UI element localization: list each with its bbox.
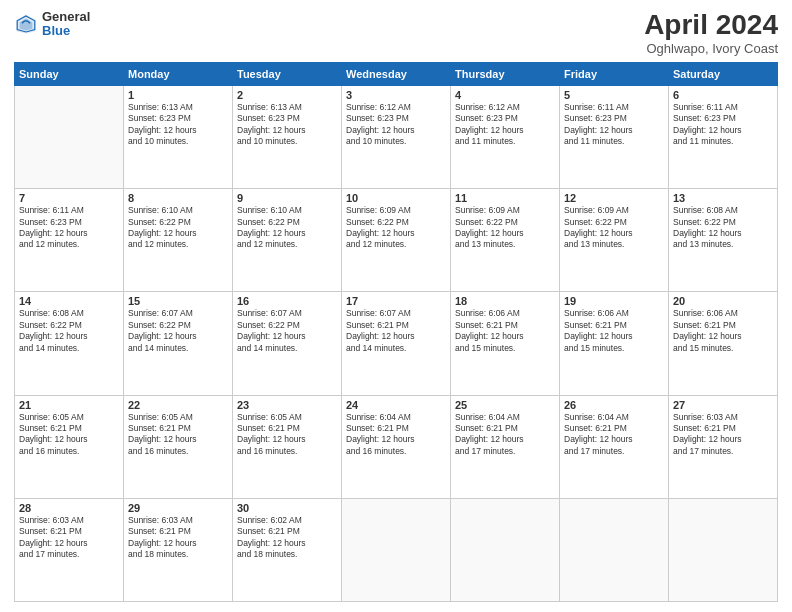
day-info: Sunrise: 6:11 AM Sunset: 6:23 PM Dayligh…	[19, 205, 119, 251]
calendar-cell-week2-day3: 10Sunrise: 6:09 AM Sunset: 6:22 PM Dayli…	[342, 189, 451, 292]
day-number: 3	[346, 89, 446, 101]
calendar-cell-week4-day5: 26Sunrise: 6:04 AM Sunset: 6:21 PM Dayli…	[560, 395, 669, 498]
day-number: 16	[237, 295, 337, 307]
day-info: Sunrise: 6:08 AM Sunset: 6:22 PM Dayligh…	[19, 308, 119, 354]
calendar-cell-week1-day6: 6Sunrise: 6:11 AM Sunset: 6:23 PM Daylig…	[669, 85, 778, 188]
header: General Blue April 2024 Oghlwapo, Ivory …	[14, 10, 778, 56]
calendar-cell-week2-day1: 8Sunrise: 6:10 AM Sunset: 6:22 PM Daylig…	[124, 189, 233, 292]
day-number: 8	[128, 192, 228, 204]
day-number: 23	[237, 399, 337, 411]
day-info: Sunrise: 6:12 AM Sunset: 6:23 PM Dayligh…	[455, 102, 555, 148]
calendar-cell-week2-day6: 13Sunrise: 6:08 AM Sunset: 6:22 PM Dayli…	[669, 189, 778, 292]
day-info: Sunrise: 6:09 AM Sunset: 6:22 PM Dayligh…	[564, 205, 664, 251]
day-number: 4	[455, 89, 555, 101]
title-month: April 2024	[644, 10, 778, 41]
calendar-cell-week4-day1: 22Sunrise: 6:05 AM Sunset: 6:21 PM Dayli…	[124, 395, 233, 498]
calendar-cell-week1-day0	[15, 85, 124, 188]
day-info: Sunrise: 6:07 AM Sunset: 6:22 PM Dayligh…	[128, 308, 228, 354]
logo-text: General Blue	[42, 10, 90, 39]
day-number: 21	[19, 399, 119, 411]
calendar-cell-week3-day1: 15Sunrise: 6:07 AM Sunset: 6:22 PM Dayli…	[124, 292, 233, 395]
calendar-cell-week4-day6: 27Sunrise: 6:03 AM Sunset: 6:21 PM Dayli…	[669, 395, 778, 498]
calendar-cell-week2-day2: 9Sunrise: 6:10 AM Sunset: 6:22 PM Daylig…	[233, 189, 342, 292]
calendar-cell-week3-day2: 16Sunrise: 6:07 AM Sunset: 6:22 PM Dayli…	[233, 292, 342, 395]
day-number: 27	[673, 399, 773, 411]
day-info: Sunrise: 6:11 AM Sunset: 6:23 PM Dayligh…	[564, 102, 664, 148]
day-number: 30	[237, 502, 337, 514]
col-saturday: Saturday	[669, 62, 778, 85]
day-info: Sunrise: 6:07 AM Sunset: 6:22 PM Dayligh…	[237, 308, 337, 354]
day-info: Sunrise: 6:05 AM Sunset: 6:21 PM Dayligh…	[237, 412, 337, 458]
day-info: Sunrise: 6:13 AM Sunset: 6:23 PM Dayligh…	[128, 102, 228, 148]
col-sunday: Sunday	[15, 62, 124, 85]
day-info: Sunrise: 6:08 AM Sunset: 6:22 PM Dayligh…	[673, 205, 773, 251]
col-monday: Monday	[124, 62, 233, 85]
calendar-cell-week4-day0: 21Sunrise: 6:05 AM Sunset: 6:21 PM Dayli…	[15, 395, 124, 498]
day-number: 25	[455, 399, 555, 411]
calendar-week-row-4: 21Sunrise: 6:05 AM Sunset: 6:21 PM Dayli…	[15, 395, 778, 498]
calendar-cell-week3-day5: 19Sunrise: 6:06 AM Sunset: 6:21 PM Dayli…	[560, 292, 669, 395]
calendar-cell-week1-day1: 1Sunrise: 6:13 AM Sunset: 6:23 PM Daylig…	[124, 85, 233, 188]
calendar-header-row: Sunday Monday Tuesday Wednesday Thursday…	[15, 62, 778, 85]
day-info: Sunrise: 6:09 AM Sunset: 6:22 PM Dayligh…	[455, 205, 555, 251]
day-info: Sunrise: 6:03 AM Sunset: 6:21 PM Dayligh…	[128, 515, 228, 561]
day-number: 22	[128, 399, 228, 411]
day-number: 28	[19, 502, 119, 514]
day-number: 1	[128, 89, 228, 101]
col-tuesday: Tuesday	[233, 62, 342, 85]
calendar-cell-week1-day3: 3Sunrise: 6:12 AM Sunset: 6:23 PM Daylig…	[342, 85, 451, 188]
calendar-week-row-2: 7Sunrise: 6:11 AM Sunset: 6:23 PM Daylig…	[15, 189, 778, 292]
day-info: Sunrise: 6:09 AM Sunset: 6:22 PM Dayligh…	[346, 205, 446, 251]
col-thursday: Thursday	[451, 62, 560, 85]
day-number: 17	[346, 295, 446, 307]
calendar-cell-week5-day3	[342, 498, 451, 601]
calendar-cell-week2-day4: 11Sunrise: 6:09 AM Sunset: 6:22 PM Dayli…	[451, 189, 560, 292]
day-info: Sunrise: 6:05 AM Sunset: 6:21 PM Dayligh…	[19, 412, 119, 458]
day-info: Sunrise: 6:05 AM Sunset: 6:21 PM Dayligh…	[128, 412, 228, 458]
day-number: 24	[346, 399, 446, 411]
calendar-table: Sunday Monday Tuesday Wednesday Thursday…	[14, 62, 778, 602]
day-info: Sunrise: 6:03 AM Sunset: 6:21 PM Dayligh…	[19, 515, 119, 561]
calendar-cell-week2-day5: 12Sunrise: 6:09 AM Sunset: 6:22 PM Dayli…	[560, 189, 669, 292]
day-number: 15	[128, 295, 228, 307]
day-info: Sunrise: 6:04 AM Sunset: 6:21 PM Dayligh…	[346, 412, 446, 458]
day-number: 20	[673, 295, 773, 307]
day-info: Sunrise: 6:07 AM Sunset: 6:21 PM Dayligh…	[346, 308, 446, 354]
title-block: April 2024 Oghlwapo, Ivory Coast	[644, 10, 778, 56]
page: General Blue April 2024 Oghlwapo, Ivory …	[0, 0, 792, 612]
calendar-cell-week3-day3: 17Sunrise: 6:07 AM Sunset: 6:21 PM Dayli…	[342, 292, 451, 395]
day-info: Sunrise: 6:03 AM Sunset: 6:21 PM Dayligh…	[673, 412, 773, 458]
calendar-cell-week5-day2: 30Sunrise: 6:02 AM Sunset: 6:21 PM Dayli…	[233, 498, 342, 601]
calendar-cell-week1-day2: 2Sunrise: 6:13 AM Sunset: 6:23 PM Daylig…	[233, 85, 342, 188]
day-info: Sunrise: 6:02 AM Sunset: 6:21 PM Dayligh…	[237, 515, 337, 561]
day-number: 29	[128, 502, 228, 514]
day-info: Sunrise: 6:06 AM Sunset: 6:21 PM Dayligh…	[564, 308, 664, 354]
day-number: 18	[455, 295, 555, 307]
logo-general-text: General	[42, 10, 90, 24]
day-number: 26	[564, 399, 664, 411]
calendar-cell-week5-day0: 28Sunrise: 6:03 AM Sunset: 6:21 PM Dayli…	[15, 498, 124, 601]
col-friday: Friday	[560, 62, 669, 85]
title-location: Oghlwapo, Ivory Coast	[644, 41, 778, 56]
calendar-week-row-3: 14Sunrise: 6:08 AM Sunset: 6:22 PM Dayli…	[15, 292, 778, 395]
day-number: 14	[19, 295, 119, 307]
day-number: 5	[564, 89, 664, 101]
calendar-cell-week4-day4: 25Sunrise: 6:04 AM Sunset: 6:21 PM Dayli…	[451, 395, 560, 498]
calendar-cell-week5-day6	[669, 498, 778, 601]
day-number: 10	[346, 192, 446, 204]
calendar-cell-week1-day5: 5Sunrise: 6:11 AM Sunset: 6:23 PM Daylig…	[560, 85, 669, 188]
day-number: 13	[673, 192, 773, 204]
day-info: Sunrise: 6:06 AM Sunset: 6:21 PM Dayligh…	[673, 308, 773, 354]
day-info: Sunrise: 6:06 AM Sunset: 6:21 PM Dayligh…	[455, 308, 555, 354]
day-info: Sunrise: 6:13 AM Sunset: 6:23 PM Dayligh…	[237, 102, 337, 148]
day-info: Sunrise: 6:10 AM Sunset: 6:22 PM Dayligh…	[128, 205, 228, 251]
calendar-cell-week3-day4: 18Sunrise: 6:06 AM Sunset: 6:21 PM Dayli…	[451, 292, 560, 395]
calendar-cell-week5-day1: 29Sunrise: 6:03 AM Sunset: 6:21 PM Dayli…	[124, 498, 233, 601]
day-number: 19	[564, 295, 664, 307]
logo-icon	[14, 12, 38, 36]
day-number: 2	[237, 89, 337, 101]
day-number: 11	[455, 192, 555, 204]
day-number: 9	[237, 192, 337, 204]
calendar-cell-week2-day0: 7Sunrise: 6:11 AM Sunset: 6:23 PM Daylig…	[15, 189, 124, 292]
calendar-cell-week4-day2: 23Sunrise: 6:05 AM Sunset: 6:21 PM Dayli…	[233, 395, 342, 498]
